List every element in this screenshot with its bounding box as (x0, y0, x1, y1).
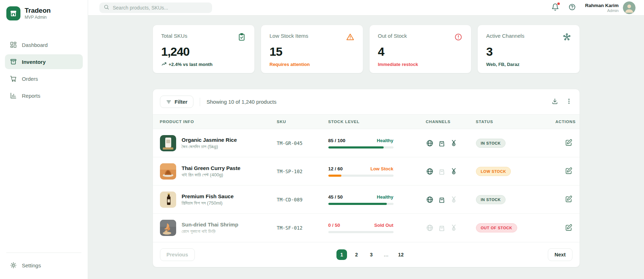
stat-card-total-skus: Total SKUs 1,240 +2.4% vs last month (153, 25, 255, 73)
stat-card-low-stock: Low Stock Items 15 Requires attention (261, 25, 363, 73)
bar-chart-icon (10, 92, 17, 99)
edit-icon (565, 139, 572, 147)
channels-cell (426, 224, 476, 232)
channels-cell (426, 196, 476, 204)
page-button-2[interactable]: 2 (351, 249, 362, 260)
stat-label: Active Channels (486, 33, 524, 39)
notifications-button[interactable] (551, 3, 559, 12)
channels-cell (426, 139, 476, 147)
storefront-logo-icon (6, 6, 20, 20)
product-subtitle: থাই গ্রিন কারি পেস্ট (400g) (182, 172, 241, 178)
search-icon (104, 4, 109, 11)
help-button[interactable] (568, 3, 576, 12)
status-badge: LOW STOCK (476, 167, 511, 176)
edit-button[interactable] (565, 167, 572, 176)
fb-shop-bag-icon (438, 139, 446, 147)
search-bar (99, 2, 212, 13)
stat-label: Total SKUs (161, 33, 187, 39)
sidebar-item-label: Orders (22, 76, 38, 82)
app-root: Tradeon MVP Admin Dashboard Inventory Or… (0, 0, 644, 279)
product-name: Premium Fish Sauce (182, 193, 234, 199)
avatar (623, 1, 636, 14)
previous-page-button[interactable]: Previous (160, 248, 195, 261)
download-button[interactable] (551, 98, 558, 106)
stat-subtext: Web, FB, Daraz (486, 62, 571, 67)
sidebar-item-dashboard[interactable]: Dashboard (5, 37, 83, 52)
product-thumbnail-fish-sauce (160, 192, 176, 208)
stock-state-label: Low Stock (370, 166, 393, 171)
product-name: Sun-dried Thai Shrimp (182, 222, 239, 228)
brand: Tradeon MVP Admin (0, 0, 88, 24)
download-icon (551, 98, 558, 106)
edit-button[interactable] (565, 139, 572, 147)
stock-progress-bar (328, 231, 394, 233)
kebab-menu-icon (565, 98, 572, 106)
topbar-right: Rahman Karim Admin (551, 1, 636, 14)
user-menu[interactable]: Rahman Karim Admin (585, 1, 636, 14)
filter-icon (166, 99, 172, 105)
page-button-3[interactable]: 3 (366, 249, 377, 260)
stat-label: Out of Stock (378, 33, 407, 39)
sidebar-item-reports[interactable]: Reports (5, 88, 83, 103)
stock-count: 0 / 50 (328, 223, 340, 228)
product-thumbnail-rice (160, 135, 176, 151)
stock-state-label: Sold Out (374, 223, 393, 228)
page-button-12[interactable]: 12 (396, 249, 406, 260)
gear-icon (10, 262, 17, 269)
stat-value: 3 (486, 45, 571, 59)
product-sku: TM-SF-012 (277, 225, 328, 231)
column-header-channels: CHANNELS (426, 120, 476, 124)
page-content: Total SKUs 1,240 +2.4% vs last month Low… (153, 25, 580, 267)
edit-button[interactable] (565, 224, 572, 232)
sidebar-item-inventory[interactable]: Inventory (5, 54, 83, 69)
column-header-status: STATUS (476, 120, 556, 124)
network-icon (563, 33, 571, 41)
stock-count: 85 / 100 (328, 138, 346, 143)
sidebar-item-settings[interactable]: Settings (5, 258, 83, 273)
clipboard-check-icon (237, 33, 246, 41)
channels-cell (426, 168, 476, 175)
alert-circle-icon (454, 33, 463, 41)
stat-label: Low Stock Items (270, 33, 308, 39)
stat-subtext: Immediate restock (378, 62, 463, 67)
status-badge: IN STOCK (476, 139, 506, 148)
stat-subtext: +2.4% vs last month (161, 62, 246, 67)
topbar: Rahman Karim Admin (88, 0, 644, 16)
next-page-button[interactable]: Next (548, 248, 572, 261)
table-row: Organic Jasmine Rice জৈব জেসমিন চাল (5kg… (153, 129, 580, 157)
notification-dot (557, 2, 560, 5)
stat-cards: Total SKUs 1,240 +2.4% vs last month Low… (153, 25, 580, 73)
more-options-button[interactable] (565, 98, 572, 106)
search-input[interactable] (113, 5, 208, 11)
filter-button[interactable]: Filter (160, 96, 194, 108)
stock-state-label: Healthy (377, 138, 394, 143)
toolbar-divider (200, 98, 200, 106)
sidebar-item-orders[interactable]: Orders (5, 71, 83, 86)
daraz-channel-icon (450, 168, 458, 175)
stock-progress-bar (328, 175, 394, 177)
table-toolbar: Filter Showing 10 of 1,240 products (153, 89, 580, 114)
edit-button[interactable] (565, 195, 572, 204)
product-sku: TM-CD-089 (277, 197, 328, 202)
inventory-panel: Filter Showing 10 of 1,240 products PROD… (153, 89, 580, 267)
sidebar-item-label: Dashboard (22, 42, 48, 48)
stat-card-out-of-stock: Out of Stock 4 Immediate restock (369, 25, 472, 73)
brand-name: Tradeon (25, 7, 51, 14)
stat-subtext: Requires attention (270, 62, 354, 67)
stat-value: 15 (270, 45, 354, 59)
cart-icon (10, 75, 17, 82)
table-header: PRODUCT INFO SKU STOCK LEVEL CHANNELS ST… (153, 114, 580, 129)
column-header-actions: ACTIONS (556, 120, 572, 124)
edit-icon (565, 224, 572, 232)
page-button-1[interactable]: 1 (336, 249, 347, 260)
page-ellipsis: … (381, 249, 391, 260)
stock-level-cell: 45 / 50 Healthy (328, 194, 394, 205)
edit-icon (565, 167, 572, 176)
warning-triangle-icon (346, 33, 354, 41)
column-header-sku: SKU (277, 120, 328, 124)
column-header-product-info: PRODUCT INFO (160, 120, 277, 124)
column-header-stock-level: STOCK LEVEL (328, 120, 426, 124)
fb-shop-bag-icon (438, 196, 446, 204)
web-channel-globe-icon (426, 139, 434, 147)
sidebar-bottom: Settings (0, 253, 88, 279)
